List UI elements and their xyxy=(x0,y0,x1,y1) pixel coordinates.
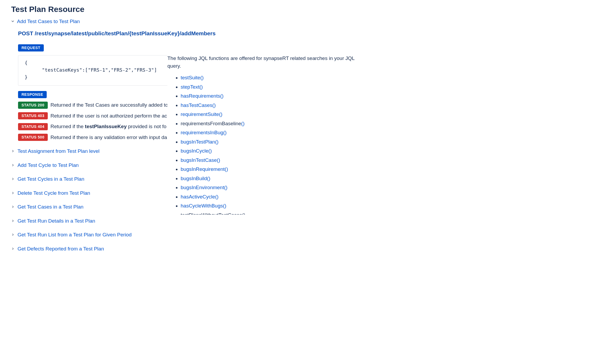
chevron-right-icon xyxy=(11,162,14,168)
chevron-right-icon xyxy=(11,232,14,238)
status-badge: STATUS 200 xyxy=(18,102,48,109)
status-text: Returned if the Test Cases are successfu… xyxy=(50,101,168,109)
status-badge: STATUS 404 xyxy=(18,123,48,130)
jql-function-link[interactable]: () xyxy=(241,121,245,126)
jql-function-link[interactable]: bugsInTestPlan() xyxy=(181,139,219,145)
jql-function-link[interactable]: hasRequirements() xyxy=(181,93,224,99)
jql-function-link[interactable]: bugsInEnvironment() xyxy=(181,185,227,190)
request-badge: REQUEST xyxy=(18,44,44,51)
chevron-down-icon[interactable] xyxy=(11,19,14,25)
response-badge: RESPONSE xyxy=(18,91,47,98)
chevron-right-icon xyxy=(11,148,14,154)
jql-function-link[interactable]: hasCycleWithBugs() xyxy=(181,203,226,209)
jql-function-link[interactable]: bugsInTestCase() xyxy=(181,157,220,163)
jql-function-link[interactable]: stepText() xyxy=(181,84,203,90)
list-item: requirementsFromBaseline() xyxy=(181,120,362,128)
status-line: STATUS 200Returned if the Test Cases are… xyxy=(18,101,169,109)
collapsed-section[interactable]: Get Defects Reported from a Test Plan xyxy=(11,245,369,253)
collapsed-section[interactable]: Get Test Run Details in a Test Plan xyxy=(11,217,369,225)
jql-intro-text: The following JQL functions are offered … xyxy=(167,55,362,70)
list-item: requirementSuite() xyxy=(181,111,362,118)
collapsed-section-label[interactable]: Get Defects Reported from a Test Plan xyxy=(18,245,104,253)
collapsed-section-label[interactable]: Get Test Run Details in a Test Plan xyxy=(18,217,95,225)
list-item: bugsInRequirement() xyxy=(181,166,362,173)
list-item: requirementsInBug() xyxy=(181,129,362,137)
list-item: stepText() xyxy=(181,83,362,91)
jql-function-link[interactable]: requirementsInBug() xyxy=(181,130,227,135)
collapsed-section-label[interactable]: Add Test Cycle to Test Plan xyxy=(18,162,79,169)
list-item: hasRequirements() xyxy=(181,92,362,100)
chevron-right-icon xyxy=(11,176,14,182)
jql-function-link[interactable]: requirementSuite() xyxy=(181,111,222,117)
endpoint-path: /rest/synapse/latest/public/testPlan/{te… xyxy=(35,30,216,36)
page-title: Test Plan Resource xyxy=(11,3,369,15)
chevron-right-icon xyxy=(11,218,14,224)
jql-function-link[interactable]: bugsInBuild() xyxy=(181,176,210,181)
list-item: bugsInEnvironment() xyxy=(181,184,362,192)
jql-function-link[interactable]: testSuite() xyxy=(181,75,204,80)
endpoint-line: POST /rest/synapse/latest/public/testPla… xyxy=(18,29,369,38)
list-item: bugsInTestCase() xyxy=(181,157,362,164)
collapsed-section-label[interactable]: Get Test Cycles in a Test Plan xyxy=(18,175,84,183)
status-text: Returned if there is any validation erro… xyxy=(50,134,167,141)
chevron-right-icon xyxy=(11,204,14,210)
jql-function-link[interactable]: bugsInCycle() xyxy=(181,148,212,154)
expand-add-test-cases[interactable]: Add Test Cases to Test Plan xyxy=(17,18,80,25)
list-item: hasTestCases() xyxy=(181,102,362,109)
status-line: STATUS 404Returned if the testPlanIssueK… xyxy=(18,123,169,131)
status-text: Returned if the testPlanIssueKey provide… xyxy=(50,123,166,131)
chevron-right-icon xyxy=(11,246,14,252)
list-item: bugsInCycle() xyxy=(181,147,362,155)
status-line: STATUS 500Returned if there is any valid… xyxy=(18,134,169,141)
jql-function-link[interactable]: bugsInRequirement() xyxy=(181,166,228,172)
collapsed-section-label[interactable]: Get Test Cases in a Test Plan xyxy=(18,203,84,211)
list-item: hasCycleWithBugs() xyxy=(181,202,362,210)
chevron-right-icon xyxy=(11,190,14,196)
collapsed-section[interactable]: Get Test Run List from a Test Plan for G… xyxy=(11,231,369,239)
list-item: bugsInBuild() xyxy=(181,175,362,183)
jql-function-list: testSuite()stepText()hasRequirements()ha… xyxy=(167,74,362,210)
jql-function-link[interactable]: hasActiveCycle() xyxy=(181,194,219,200)
jql-function-link[interactable]: hasTestCases() xyxy=(181,102,216,108)
jql-function-plain: requirementsFromBaseline xyxy=(181,121,241,126)
jql-function-cutoff: testPlansWithoutTestCases() xyxy=(181,212,245,215)
status-line: STATUS 403Returned if the user is not au… xyxy=(18,112,169,120)
list-item: bugsInTestPlan() xyxy=(181,138,362,146)
http-method: POST xyxy=(18,30,33,36)
collapsed-section-label[interactable]: Get Test Run List from a Test Plan for G… xyxy=(18,231,132,239)
status-badge: STATUS 403 xyxy=(18,112,48,119)
status-badge: STATUS 500 xyxy=(18,134,48,141)
status-text: Returned if the user is not authorized p… xyxy=(50,112,167,120)
list-item: hasActiveCycle() xyxy=(181,193,362,201)
collapsed-section-label[interactable]: Test Assignment from Test Plan level xyxy=(18,148,99,155)
list-item: testSuite() xyxy=(181,74,362,82)
collapsed-section-label[interactable]: Delete Test Cycle from Test Plan xyxy=(18,189,90,197)
